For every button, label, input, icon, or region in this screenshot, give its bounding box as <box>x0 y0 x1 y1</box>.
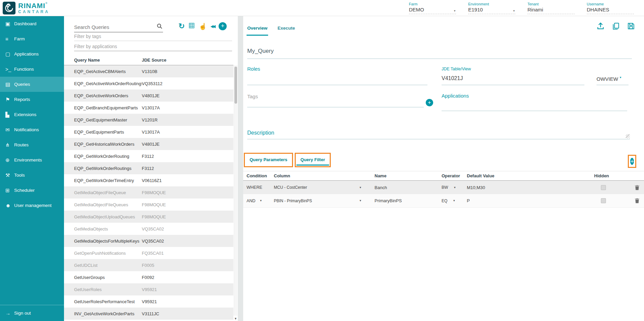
query-list-item[interactable]: EQP_GetActiveWorkOrders V4801JE <box>64 90 233 102</box>
filter-tags-input[interactable] <box>74 34 232 41</box>
rewind-icon[interactable]: ◀◀ <box>211 24 215 29</box>
hidden-checkbox[interactable] <box>601 198 606 203</box>
env-field-selector[interactable]: Environment E1910 ▼ <box>468 2 515 14</box>
add-tag-button[interactable]: + <box>426 99 433 106</box>
detail-tab-label: Execute <box>278 26 295 31</box>
description-input-underline[interactable] <box>247 139 630 139</box>
applications-input-underline[interactable] <box>442 111 627 111</box>
query-list-item[interactable]: INV_GetActiveWorkOrderParts V3111JC <box>64 308 233 320</box>
logo-text: RINAMI® CANTARA <box>18 2 50 14</box>
search-icon[interactable] <box>156 23 163 31</box>
jde-input-underline <box>442 85 584 85</box>
operator-select[interactable]: EQ ▼ <box>442 199 467 203</box>
query-list-item[interactable]: EQP_GetWorkOrderTimeEntry V06116Z1 <box>64 174 233 186</box>
column-select[interactable]: PBIN - PrimaryBinPS ▼ <box>274 199 375 203</box>
query-list-item[interactable]: GetMediaObjects VQ35CA02 <box>64 223 233 235</box>
query-list-item[interactable]: EQP_GetActiveCBMAlerts V1310B <box>64 65 233 77</box>
query-list-item[interactable]: GetMediaObjectFileQueue F98MOQUE <box>64 186 233 199</box>
condition-select[interactable]: WHERE ▼ <box>243 185 274 190</box>
detail-tab[interactable]: Overview <box>247 24 268 36</box>
add-filter-button[interactable]: + <box>630 158 634 165</box>
query-list-item[interactable]: EQP_GetActiveWorkOrderRoutings VQ353112 <box>64 77 233 90</box>
scroll-down-icon[interactable]: ▼ <box>234 317 237 320</box>
copy-icon[interactable] <box>612 22 620 32</box>
env-field-selector[interactable]: Tenant Rinami ▼ <box>527 2 575 14</box>
query-name: INV_GetActiveWorkOrderParts <box>64 311 142 316</box>
logo: RINAMI® CANTARA <box>0 2 50 14</box>
query-list-item[interactable]: GetUserRolesPerformanceTest V95921 <box>64 295 233 308</box>
column-header-column: Column <box>274 173 375 178</box>
sidebar-item[interactable]: ▣ Dashboard <box>0 16 64 31</box>
sidebar-item-label: Functions <box>14 67 34 72</box>
view-selector-value: OWVIEW <box>597 76 618 82</box>
env-field-selector[interactable]: Username DHAINES ▼ <box>587 2 634 14</box>
query-list-item[interactable]: EQP_GetHistoricalWorkOrders V4801JE <box>64 138 233 150</box>
detail-tab[interactable]: Execute <box>277 24 296 36</box>
query-list-item[interactable]: GetOpenPushNotifications FQ35CA01 <box>64 247 233 259</box>
delete-row-icon[interactable] <box>634 198 644 204</box>
sidebar-item[interactable]: ⊞ Scheduler <box>0 183 64 198</box>
chevron-down-icon: ▼ <box>513 9 515 12</box>
query-list-item[interactable]: GetUserGroups F0092 <box>64 271 233 283</box>
default-value[interactable]: M10;M30 <box>467 185 594 190</box>
filter-name[interactable]: PrimaryBinPS <box>375 198 442 203</box>
add-query-button[interactable]: + <box>219 22 227 30</box>
query-list-item[interactable]: EQP_GetEquipmentParts V13017A <box>64 126 233 138</box>
sidebar-item[interactable]: ⋔ Routes <box>0 137 64 152</box>
sidebar-item[interactable]: ⊕ Environments <box>0 152 64 168</box>
query-list-item[interactable]: EQP_GetEquipmentMaster V1201R <box>64 114 233 126</box>
sidebar-item[interactable]: ▤ Queries <box>0 77 64 92</box>
query-list-item[interactable]: EQP_GetWorkOrderRouting F3112 <box>64 150 233 162</box>
query-list-item[interactable]: EQP_GetBranchEquipmentParts V13017A <box>64 102 233 114</box>
env-field-selector[interactable]: Farm DEMO ▼ <box>409 2 456 14</box>
filter-name[interactable]: Banch <box>375 185 442 190</box>
save-icon[interactable] <box>627 22 635 32</box>
sidebar-item[interactable]: ☻ User management <box>0 198 64 213</box>
refresh-icon[interactable]: ↻ <box>179 23 185 30</box>
tags-input-underline[interactable] <box>247 107 424 107</box>
query-list-item[interactable]: EQP_GetWorkOrderRoutings F3112 <box>64 162 233 174</box>
sidebar-item[interactable]: ▙ Extensions <box>0 107 64 122</box>
roles-input-underline[interactable] <box>247 85 427 85</box>
filter-applications-input[interactable] <box>74 44 232 51</box>
excel-export-icon[interactable] <box>188 22 195 30</box>
sidebar-item[interactable]: ▢ Applications <box>0 46 64 62</box>
sidebar-item[interactable]: ✉ Notifications <box>0 122 64 137</box>
search-input[interactable] <box>74 24 156 30</box>
subtab[interactable]: Query Filter <box>296 154 329 166</box>
subtab[interactable]: Query Parameters <box>246 154 291 166</box>
query-list-item[interactable]: GetMediaObjectFileQueues F98MOQUE <box>64 199 233 211</box>
view-selector[interactable]: OWVIEW▼ <box>597 76 622 82</box>
jde-table-view-value[interactable]: V41021J <box>442 75 463 81</box>
env-field-label: Environment <box>468 2 515 6</box>
sidebar-item-icon: ✉ <box>5 127 14 133</box>
detail-tab-label: Overview <box>247 26 267 31</box>
query-list-item[interactable]: GetMediaObjectsForMultipleKeys VQ35CA02 <box>64 235 233 247</box>
query-jde-source: VQ35CA02 <box>142 239 164 244</box>
brand-name: RINAMI® <box>18 2 50 9</box>
hand-pointer-icon[interactable]: ☝ <box>199 23 207 30</box>
default-value[interactable]: P <box>467 198 594 203</box>
textarea-resize-handle[interactable] <box>626 134 630 138</box>
query-list-item[interactable]: GetUDCList F0005 <box>64 259 233 271</box>
hidden-checkbox[interactable] <box>601 185 606 190</box>
query-list-item[interactable]: GetMediaObjectUploadQueues F98MOQUE <box>64 211 233 223</box>
delete-row-icon[interactable] <box>634 184 644 191</box>
column-select[interactable]: MCU - CostCenter ▼ <box>274 185 375 190</box>
condition-select[interactable]: AND ▼ <box>243 199 274 203</box>
upload-icon[interactable] <box>596 22 605 32</box>
env-field-value-row: DHAINES ▼ <box>587 7 634 14</box>
query-filter-table: Condition Column Name Operator Default V… <box>243 171 644 208</box>
filter-row: WHERE ▼ MCU - CostCenter ▼ Banch BW ▼ M1… <box>243 181 644 194</box>
query-list-item[interactable]: GetUserRoles V95921 <box>64 283 233 295</box>
sidebar-item-label: Applications <box>14 51 39 57</box>
sidebar-item-signout[interactable]: → Sign out <box>0 305 64 321</box>
sidebar-item[interactable]: >_ Functions <box>0 62 64 77</box>
operator-select[interactable]: BW ▼ <box>442 185 467 190</box>
sidebar-item[interactable]: ≡ Farm <box>0 31 64 46</box>
sidebar-item[interactable]: ⚒ Tools <box>0 168 64 183</box>
parameter-subtabs: Query Parameters Query Filter <box>244 153 331 167</box>
scrollbar-track[interactable] <box>234 65 237 316</box>
sidebar-item[interactable]: ⚑ Reports <box>0 92 64 107</box>
scrollbar-thumb[interactable] <box>234 67 237 104</box>
